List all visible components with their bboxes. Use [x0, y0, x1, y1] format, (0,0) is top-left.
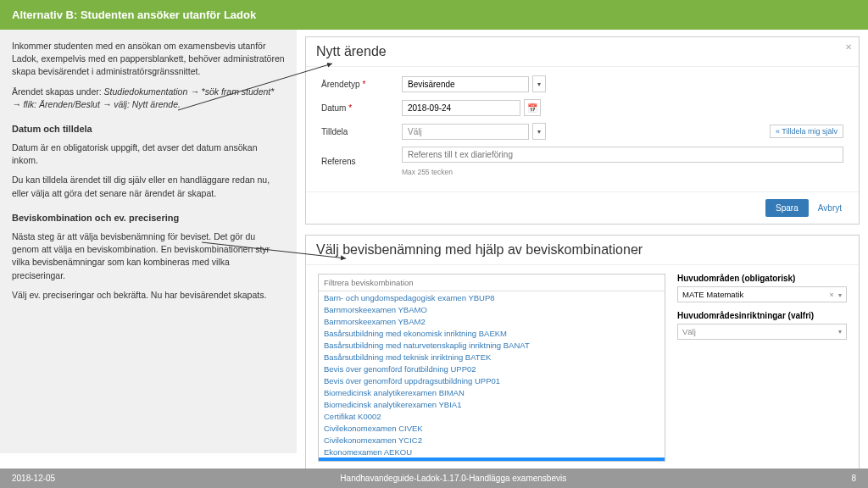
list-item[interactable]: Basårsutbildning med teknisk inriktning …: [319, 351, 665, 363]
calendar-icon[interactable]: 📅: [524, 99, 541, 116]
list-item[interactable]: Basårsutbildning med naturvetenskaplig i…: [319, 339, 665, 351]
list-item[interactable]: Certifikat K0002: [319, 410, 665, 422]
list-item[interactable]: Barn- och ungdomspedagogisk examen YBUP8: [319, 291, 665, 303]
filter-input[interactable]: [319, 274, 665, 291]
para-bevis-1: Nästa steg är att välja bevisbenämning f…: [12, 230, 285, 282]
footer-date: 2018-12-05: [12, 474, 55, 483]
label-datum: Datum *: [321, 103, 402, 113]
footer-page: 8: [851, 474, 856, 483]
panel2-title: Välj bevisbenämning med hjälp av bevisko…: [306, 236, 859, 265]
list-item[interactable]: Basårsutbildning med ekonomisk inriktnin…: [319, 327, 665, 339]
list-item[interactable]: Civilekonomexamen YCIC2: [319, 434, 665, 446]
close-icon[interactable]: ✕: [845, 42, 852, 52]
list-item[interactable]: Ekonomie kandidatexamen GKSE1: [319, 458, 665, 461]
select-inriktning[interactable]: Välj ▾: [677, 324, 847, 340]
list-item[interactable]: Barnmorskeexamen YBAMO: [319, 303, 665, 315]
caret-down-icon[interactable]: ▾: [532, 123, 546, 140]
caret-down-icon[interactable]: ▾: [838, 291, 842, 299]
list-item[interactable]: Bevis över genomförd uppdragsutbildning …: [319, 374, 665, 386]
list-item[interactable]: Ekonomexamen AEKOU: [319, 446, 665, 458]
intro-text: Inkommer studenten med en ansökan om exa…: [12, 40, 285, 79]
slide-footer: 2018-12-05 Handhavandeguide-Ladok-1.17.0…: [0, 469, 868, 488]
side-h2: Huvudområdesinriktningar (valfri): [677, 311, 847, 320]
caret-down-icon[interactable]: ▾: [838, 328, 842, 336]
label-tilldela: Tilldela: [321, 127, 402, 136]
heading-datum: Datum och tilldela: [12, 123, 285, 136]
cancel-button[interactable]: Avbryt: [811, 199, 849, 217]
footer-doc: Handhavandeguide-Ladok-1.17.0-Handlägga …: [340, 474, 566, 483]
left-column: Inkommer studenten med en ansökan om exa…: [0, 30, 297, 453]
para-bevis-2: Välj ev. preciseringar och bekräfta. Nu …: [12, 289, 285, 302]
save-button[interactable]: Spara: [765, 199, 809, 217]
header-title: Alternativ B: Studenten ansöker utanför …: [12, 8, 256, 21]
label-arendetyp: Ärendetyp *: [321, 80, 402, 89]
input-referens[interactable]: [402, 147, 843, 163]
caret-down-icon[interactable]: ▾: [532, 75, 546, 92]
list-item[interactable]: Barnmorskeexamen YBAM2: [319, 315, 665, 327]
list-column: Barn- och ungdomspedagogisk examen YBUP8…: [318, 274, 665, 462]
panel1-title: Nytt ärende: [306, 37, 859, 67]
list-item[interactable]: Civilekonomexamen CIVEK: [319, 422, 665, 434]
side-column: Huvudområden (obligatorisk) MATE Matemat…: [677, 274, 847, 462]
input-datum[interactable]: [402, 100, 520, 116]
list-item[interactable]: Bevis över genomförd förutbildning UPP02: [319, 363, 665, 374]
list-item[interactable]: Biomedicinsk analytikerexamen BIMAN: [319, 386, 665, 398]
para-datum-1: Datum är en obligatorisk uppgift, det av…: [12, 141, 285, 167]
select-arendetyp[interactable]: Bevisärende: [402, 76, 529, 92]
panel-beviskombination: Välj bevisbenämning med hjälp av bevisko…: [305, 235, 860, 471]
panel-nytt-arende: ✕ Nytt ärende Ärendetyp * Bevisärende ▾ …: [305, 36, 860, 225]
clear-icon[interactable]: ×: [829, 290, 834, 299]
list-item[interactable]: Biomedicinsk analytikerexamen YBIA1: [319, 398, 665, 410]
para-datum-2: Du kan tilldela ärendet till dig själv e…: [12, 174, 285, 199]
bevis-list[interactable]: Barn- och ungdomspedagogisk examen YBUP8…: [319, 291, 665, 461]
slide-header: Alternativ B: Studenten ansöker utanför …: [0, 0, 868, 30]
assign-self-button[interactable]: « Tilldela mig själv: [770, 125, 843, 138]
label-referens: Referens: [321, 157, 402, 166]
select-huvudomrade[interactable]: MATE Matematik × ▾: [677, 286, 847, 302]
select-tilldela[interactable]: Välj: [402, 124, 529, 140]
hint-maxchars: Max 255 tecken: [402, 168, 843, 176]
heading-bevis: Beviskombination och ev. precisering: [12, 212, 285, 225]
right-column: ✕ Nytt ärende Ärendetyp * Bevisärende ▾ …: [297, 30, 868, 453]
path-text: Ärendet skapas under: Studiedokumentatio…: [12, 86, 285, 111]
side-h1: Huvudområden (obligatorisk): [677, 274, 847, 283]
